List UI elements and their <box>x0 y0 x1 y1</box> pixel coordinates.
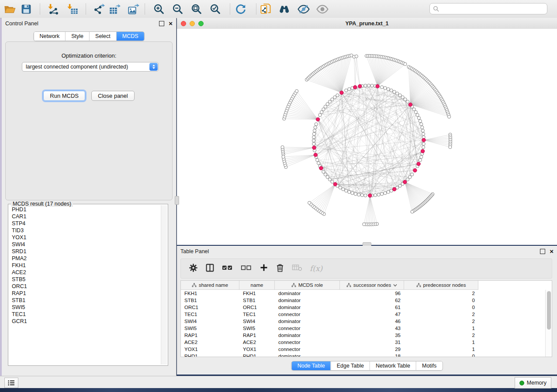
graph-hub-node[interactable] <box>408 103 412 106</box>
graph-hub-node[interactable] <box>368 194 372 197</box>
graph-node[interactable] <box>387 190 390 193</box>
graph-node[interactable] <box>381 193 384 196</box>
graph-node[interactable] <box>447 115 450 118</box>
graph-node[interactable] <box>417 117 420 120</box>
graph-node[interactable] <box>316 158 319 162</box>
optimization-criterion-select[interactable]: largest connected component (undirected) <box>22 62 159 72</box>
mcds-list-scrollbar[interactable] <box>161 205 167 364</box>
graph-node[interactable] <box>374 193 377 196</box>
column-header-name[interactable]: name <box>239 281 275 289</box>
float-panel-icon[interactable] <box>540 249 545 254</box>
graph-node[interactable] <box>363 223 366 226</box>
graph-node[interactable] <box>381 86 384 89</box>
show-panels-menu-button[interactable] <box>4 378 18 388</box>
mcds-result-item[interactable]: TEC1 <box>12 311 160 318</box>
graph-node[interactable] <box>414 110 417 113</box>
new-network-from-selection-icon[interactable] <box>259 2 273 16</box>
column-header-successor-nodes[interactable]: successor nodes <box>340 281 404 289</box>
graph-hub-node[interactable] <box>376 84 379 88</box>
tab-motifs[interactable]: Motifs <box>416 361 442 370</box>
tab-mcds[interactable]: MCDS <box>116 32 144 41</box>
graph-node[interactable] <box>364 84 367 87</box>
table-row[interactable]: SWI4SWI4dominator462 <box>181 318 546 325</box>
graph-hub-node[interactable] <box>403 180 407 184</box>
refresh-layout-icon[interactable] <box>234 2 248 16</box>
graph-node[interactable] <box>336 94 339 97</box>
table-row[interactable]: TEC1TEC1connector472 <box>181 311 546 318</box>
graph-node[interactable] <box>312 142 315 145</box>
graph-node[interactable] <box>419 158 422 162</box>
import-table-icon[interactable] <box>66 2 80 16</box>
show-all-icon[interactable] <box>315 2 329 16</box>
graph-hub-node[interactable] <box>353 86 357 89</box>
network-canvas[interactable] <box>177 29 557 245</box>
table-row[interactable]: ORC1ORC1dominator610 <box>181 304 546 311</box>
table-row[interactable]: FKH1FKH1dominator962 <box>181 290 546 297</box>
graph-node[interactable] <box>354 193 357 196</box>
graph-hub-node[interactable] <box>358 84 362 88</box>
graph-node[interactable] <box>406 178 409 181</box>
graph-node[interactable] <box>421 129 424 132</box>
mcds-result-item[interactable]: FKH1 <box>12 262 160 269</box>
run-mcds-button[interactable]: Run MCDS <box>43 91 85 101</box>
mcds-result-item[interactable]: CAR1 <box>12 213 160 220</box>
column-organize-icon[interactable] <box>205 263 214 274</box>
graph-hub-node[interactable] <box>340 91 343 94</box>
column-header-MCDS-role[interactable]: MCDS role <box>275 281 340 289</box>
graph-node[interactable] <box>342 188 345 191</box>
graph-hub-node[interactable] <box>421 149 424 153</box>
mcds-result-item[interactable]: ACE2 <box>12 269 160 276</box>
scrollbar-thumb[interactable] <box>547 291 551 330</box>
graph-node[interactable] <box>355 55 358 58</box>
search-network-icon[interactable] <box>278 2 292 16</box>
memory-button[interactable]: Memory <box>515 377 551 389</box>
splitter-handle[interactable] <box>175 196 179 205</box>
network-search-box[interactable] <box>429 3 547 14</box>
tab-network[interactable]: Network <box>34 32 65 41</box>
graph-node[interactable] <box>419 120 422 123</box>
graph-node[interactable] <box>377 193 380 196</box>
graph-node[interactable] <box>396 92 399 95</box>
graph-node[interactable] <box>308 201 311 204</box>
graph-node[interactable] <box>348 190 351 193</box>
graph-node[interactable] <box>317 162 320 165</box>
graph-node[interactable] <box>370 84 374 87</box>
graph-node[interactable] <box>398 184 401 187</box>
save-session-icon[interactable] <box>19 2 33 16</box>
export-network-icon[interactable] <box>92 2 106 16</box>
graph-node[interactable] <box>333 96 336 99</box>
graph-node[interactable] <box>404 62 407 65</box>
mcds-result-item[interactable]: SRD1 <box>12 248 160 255</box>
graph-node[interactable] <box>318 113 322 117</box>
graph-hub-node[interactable] <box>417 162 420 165</box>
tab-node-table[interactable]: Node Table <box>292 361 331 370</box>
column-header-shared-name[interactable]: shared name <box>181 281 239 289</box>
open-file-icon[interactable] <box>3 2 17 16</box>
graph-node[interactable] <box>295 89 298 93</box>
mcds-result-item[interactable]: PMA2 <box>12 255 160 262</box>
zoom-selected-icon[interactable] <box>208 2 222 16</box>
graph-hub-node[interactable] <box>422 138 426 142</box>
mcds-result-item[interactable]: STP4 <box>12 220 160 227</box>
graph-node[interactable] <box>384 192 387 195</box>
graph-node[interactable] <box>351 192 354 195</box>
tab-style[interactable]: Style <box>65 32 89 41</box>
table-scrollbar[interactable] <box>545 290 552 357</box>
graph-node[interactable] <box>360 193 363 196</box>
table-row[interactable]: ACE2ACE2connector311 <box>181 339 546 346</box>
graph-hub-node[interactable] <box>312 146 316 149</box>
graph-node[interactable] <box>364 194 367 197</box>
graph-node[interactable] <box>339 186 342 189</box>
float-panel-icon[interactable] <box>159 21 164 26</box>
mcds-result-item[interactable]: ORC1 <box>12 283 160 290</box>
graph-node[interactable] <box>348 88 351 91</box>
deselect-all-rows-icon[interactable] <box>241 264 252 273</box>
mcds-result-item[interactable]: STB5 <box>12 276 160 283</box>
graph-node[interactable] <box>314 126 317 129</box>
graph-hub-node[interactable] <box>314 153 317 157</box>
delete-column-icon[interactable] <box>276 263 284 274</box>
graph-hub-node[interactable] <box>413 168 417 172</box>
tab-edge-table[interactable]: Edge Table <box>331 361 370 370</box>
graph-node[interactable] <box>322 170 325 173</box>
table-row[interactable]: PHD1PHD1dominator180 <box>181 353 546 357</box>
